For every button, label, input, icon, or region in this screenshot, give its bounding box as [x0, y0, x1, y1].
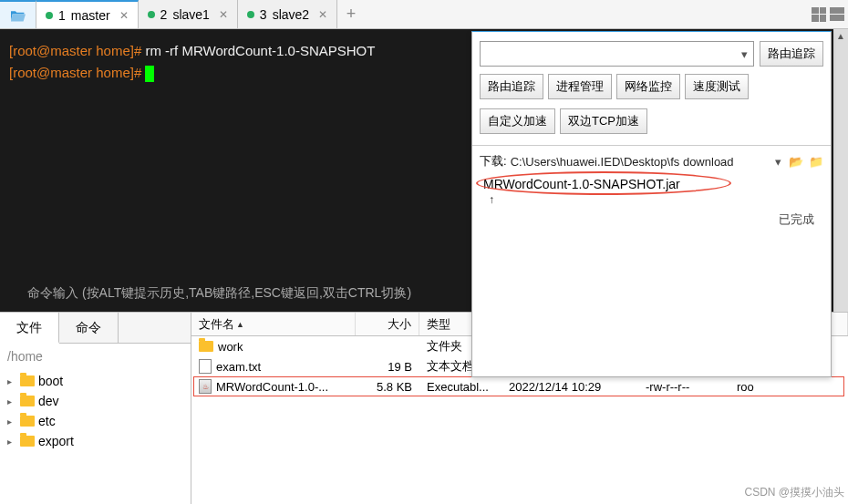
- folder-tree-pane: 文件 命令 /home ▸boot ▸dev ▸etc ▸export: [0, 313, 191, 504]
- trace-route-button[interactable]: 路由追踪: [760, 41, 823, 67]
- file-size: 5.8 KB: [356, 378, 419, 396]
- folder-icon[interactable]: 📁: [809, 155, 823, 169]
- file-name: exam.txt: [216, 360, 261, 374]
- download-label: 下载:: [480, 153, 507, 170]
- tab-label: slave1: [172, 7, 209, 22]
- expand-icon[interactable]: ▸: [7, 417, 16, 427]
- folder-icon: [20, 436, 35, 447]
- folder-open-icon[interactable]: 📂: [789, 155, 803, 169]
- tab-label: slave2: [273, 7, 309, 22]
- tab-slave2[interactable]: 3 slave2 ✕: [238, 0, 337, 28]
- prompt: [root@master home]#: [9, 43, 145, 58]
- close-icon[interactable]: ✕: [219, 8, 228, 21]
- folder-icon: [20, 375, 35, 386]
- tab-number: 1: [58, 8, 66, 23]
- file-perm: -rw-r--r--: [638, 378, 729, 396]
- tab-number: 2: [160, 7, 168, 22]
- tab-slave1[interactable]: 2 slave1 ✕: [139, 0, 238, 28]
- panel-search-combo[interactable]: ▾: [480, 41, 754, 67]
- panel-button[interactable]: 路由追踪: [480, 74, 543, 99]
- watermark: CSDN @摸摸小油头: [744, 485, 844, 500]
- col-name[interactable]: 文件名▲: [191, 313, 356, 335]
- file-type: Executabl...: [419, 378, 502, 396]
- status-dot-icon: [46, 12, 53, 19]
- tools-panel: ▾ 路由追踪 路由追踪 进程管理 网络监控 速度测试 自定义加速 双边TCP加速…: [471, 31, 832, 377]
- document-icon: [199, 359, 212, 374]
- folder-icon: [199, 341, 213, 352]
- status-dot-icon: [148, 11, 155, 18]
- open-folder-button[interactable]: [0, 0, 36, 28]
- download-file-item[interactable]: MRWordCount-1.0-SNAPSHOT.jar: [480, 175, 823, 193]
- folder-name: etc: [38, 414, 56, 428]
- download-path: C:\Users\huawei.IED\Desktop\fs download: [511, 155, 768, 169]
- panel-button[interactable]: 自定义加速: [480, 108, 555, 134]
- status-dot-icon: [247, 11, 254, 18]
- sort-asc-icon: ▲: [236, 320, 244, 329]
- session-tabs: 1 master ✕ 2 slave1 ✕ 3 slave2 ✕ +: [36, 0, 365, 28]
- scroll-up-icon[interactable]: ▲: [833, 29, 848, 44]
- download-section: 下载: C:\Users\huawei.IED\Desktop\fs downl…: [472, 149, 831, 237]
- download-status: 已完成: [480, 206, 823, 233]
- expand-icon[interactable]: ▸: [7, 376, 16, 386]
- current-path: /home: [0, 344, 191, 369]
- tab-label: master: [71, 8, 110, 23]
- sub-tabs: 文件 命令: [0, 313, 191, 344]
- tree-item[interactable]: ▸boot: [0, 371, 191, 391]
- grid-layout-icon[interactable]: [812, 7, 826, 22]
- input-hint: 命令输入 (按ALT键提示历史,TAB键路径,ESC键返回,双击CTRL切换): [27, 283, 411, 303]
- file-mtime: 2022/12/14 10:29: [502, 378, 638, 396]
- file-size: [356, 345, 419, 348]
- folder-tree: ▸boot ▸dev ▸etc ▸export: [0, 369, 191, 453]
- cursor: [145, 66, 154, 82]
- close-icon[interactable]: ✕: [119, 9, 129, 22]
- download-filename: MRWordCount-1.0-SNAPSHOT.jar: [483, 177, 680, 191]
- tree-item[interactable]: ▸dev: [0, 391, 191, 411]
- file-size: 19 B: [356, 358, 419, 375]
- tab-number: 3: [260, 7, 267, 22]
- main-toolbar: 1 master ✕ 2 slave1 ✕ 3 slave2 ✕ +: [0, 0, 848, 29]
- panel-button[interactable]: 进程管理: [548, 74, 612, 99]
- folder-icon: [20, 416, 35, 427]
- list-layout-icon[interactable]: [830, 7, 844, 22]
- folder-name: boot: [38, 374, 63, 388]
- col-size[interactable]: 大小: [356, 313, 419, 335]
- tab-files[interactable]: 文件: [0, 313, 59, 344]
- panel-search-input[interactable]: [481, 47, 735, 61]
- upload-indicator-icon: ↑: [480, 193, 823, 206]
- jar-icon: ♨: [199, 379, 212, 394]
- chevron-down-icon[interactable]: ▾: [771, 155, 785, 169]
- folder-name: export: [38, 434, 74, 448]
- file-name: MRWordCount-1.0-...: [216, 380, 328, 394]
- panel-button[interactable]: 速度测试: [685, 74, 749, 99]
- file-user: roo: [729, 378, 848, 396]
- folder-icon: [20, 396, 35, 406]
- add-tab-button[interactable]: +: [337, 0, 365, 28]
- expand-icon[interactable]: ▸: [7, 437, 16, 447]
- panel-button[interactable]: 网络监控: [616, 74, 680, 99]
- file-row[interactable]: ♨MRWordCount-1.0-... 5.8 KB Executabl...…: [191, 376, 848, 396]
- scrollbar[interactable]: ▲: [833, 29, 848, 312]
- prompt: [root@master home]#: [9, 65, 145, 80]
- tree-item[interactable]: ▸etc: [0, 411, 191, 431]
- panel-button[interactable]: 双边TCP加速: [560, 108, 647, 134]
- close-icon[interactable]: ✕: [318, 8, 327, 21]
- layout-controls: [812, 0, 848, 28]
- command-text: rm -rf MRWordCount-1.0-SNAPSHOT: [145, 43, 375, 58]
- tab-commands[interactable]: 命令: [59, 313, 119, 343]
- tree-item[interactable]: ▸export: [0, 431, 191, 451]
- folder-name: dev: [38, 394, 59, 408]
- file-name: work: [218, 340, 243, 354]
- tab-master[interactable]: 1 master ✕: [36, 0, 139, 28]
- dropdown-icon[interactable]: ▾: [735, 47, 753, 61]
- expand-icon[interactable]: ▸: [7, 396, 16, 406]
